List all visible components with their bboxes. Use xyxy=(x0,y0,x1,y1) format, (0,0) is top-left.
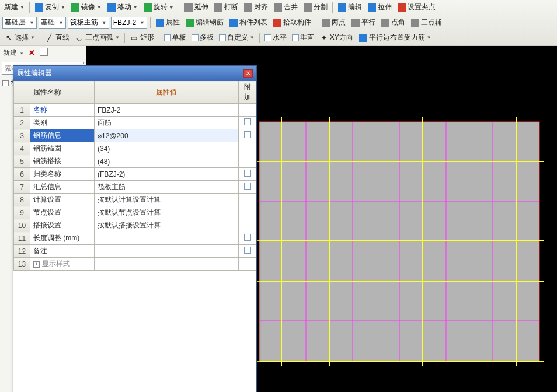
checkbox[interactable] xyxy=(244,183,251,190)
single-button[interactable]: 单板 xyxy=(162,32,188,43)
property-extra xyxy=(239,104,256,117)
vert-button[interactable]: 垂直 xyxy=(290,32,316,43)
edit-button[interactable]: 编辑 xyxy=(336,2,364,13)
property-value[interactable] xyxy=(95,258,239,271)
toolbar-row-3: ↖选择▼ ╱直线 ◡三点画弧▼ ▭矩形 单板 多板 自定义▼ 水平 垂直 ✦XY… xyxy=(0,30,557,46)
checkbox[interactable] xyxy=(244,247,251,254)
rect-button[interactable]: ▭矩形 xyxy=(128,32,156,43)
top-toolbars: 新建▼ 复制▼ 镜像▼ 移动▼ 旋转▼ 延伸 打断 对齐 合并 分割 编辑 拉伸… xyxy=(0,0,557,46)
property-value[interactable]: 按默认节点设置计算 xyxy=(95,206,239,219)
property-extra xyxy=(239,194,256,206)
property-editor-title: 属性编辑器 xyxy=(17,68,52,78)
mirror-button[interactable]: 镜像▼ xyxy=(69,2,103,13)
property-extra xyxy=(239,117,256,130)
item-dropdown[interactable]: FBZJ-2▼ xyxy=(111,17,147,29)
row-number: 5 xyxy=(14,155,30,168)
property-value[interactable]: 按默认计算设置计算 xyxy=(95,194,239,206)
property-name: +显示样式 xyxy=(30,258,95,271)
checkbox[interactable] xyxy=(244,118,251,125)
property-row[interactable]: 4钢筋锚固(34) xyxy=(14,142,256,155)
property-row[interactable]: 3钢筋信息⌀12@200 xyxy=(14,130,256,142)
property-value[interactable]: 按默认搭接设置计算 xyxy=(95,219,239,232)
offset-button[interactable]: 拉伸 xyxy=(365,2,394,13)
base-dropdown[interactable]: 基础▼ xyxy=(39,17,66,29)
xy-button[interactable]: ✦XY方向 xyxy=(318,32,355,43)
line-button[interactable]: ╱直线 xyxy=(43,32,71,43)
move-button[interactable]: 移动▼ xyxy=(105,2,140,13)
point-angle-button[interactable]: 点角 xyxy=(379,17,407,28)
property-name: 搭接设置 xyxy=(30,219,95,232)
property-value[interactable]: 筏板主筋 xyxy=(95,181,239,194)
edit-rebar-button[interactable]: 编辑钢筋 xyxy=(183,17,225,28)
property-value[interactable]: (34) xyxy=(95,142,239,155)
property-name: 汇总信息 xyxy=(30,181,95,194)
split-button[interactable]: 分割 xyxy=(301,2,329,13)
parallel-edge-button[interactable]: 平行边布置受力筋▼ xyxy=(357,32,433,43)
col-name: 属性名称 xyxy=(30,81,95,104)
arc3-button[interactable]: ◡三点画弧▼ xyxy=(73,32,121,43)
component-list-button[interactable]: 构件列表 xyxy=(227,17,269,28)
property-value[interactable]: ⌀12@200 xyxy=(95,130,239,142)
property-row[interactable]: 9节点设置按默认节点设置计算 xyxy=(14,206,256,219)
expand-icon[interactable]: − xyxy=(2,80,9,86)
property-row[interactable]: 7汇总信息筏板主筋 xyxy=(14,181,256,194)
row-number: 6 xyxy=(14,168,30,181)
row-number: 3 xyxy=(14,130,30,142)
property-value[interactable]: (48) xyxy=(95,155,239,168)
pick-component-button[interactable]: 拾取构件 xyxy=(271,17,313,28)
property-extra xyxy=(239,142,256,155)
property-editor-titlebar[interactable]: 属性编辑器 ✕ xyxy=(13,66,256,80)
property-value[interactable]: (FBZJ-2) xyxy=(95,168,239,181)
property-value[interactable] xyxy=(95,232,239,245)
property-editor-footer xyxy=(13,271,256,392)
document-icon[interactable] xyxy=(40,48,48,58)
property-extra xyxy=(239,130,256,142)
property-row[interactable]: 10搭接设置按默认搭接设置计算 xyxy=(14,219,256,232)
property-extra xyxy=(239,181,256,194)
property-row[interactable]: 11长度调整 (mm) xyxy=(14,232,256,245)
property-value[interactable] xyxy=(95,245,239,258)
property-row[interactable]: 8计算设置按默认计算设置计算 xyxy=(14,194,256,206)
property-row[interactable]: 2类别面筋 xyxy=(14,117,256,130)
property-row[interactable]: 6归类名称(FBZJ-2) xyxy=(14,168,256,181)
category-dropdown[interactable]: 筏板主筋▼ xyxy=(68,17,109,29)
custom-button[interactable]: 自定义▼ xyxy=(217,32,256,43)
copy-button[interactable]: 复制▼ xyxy=(33,2,67,13)
property-row[interactable]: 13+显示样式 xyxy=(14,258,256,271)
parallel-button[interactable]: 平行 xyxy=(349,17,377,28)
property-extra xyxy=(239,245,256,258)
trim-button[interactable]: 打断 xyxy=(212,2,240,13)
checkbox[interactable] xyxy=(244,234,251,241)
select-button[interactable]: ↖选择▼ xyxy=(2,32,37,43)
property-extra xyxy=(239,232,256,245)
toolbar-row-1: 新建▼ 复制▼ 镜像▼ 移动▼ 旋转▼ 延伸 打断 对齐 合并 分割 编辑 拉伸… xyxy=(0,0,557,15)
props-button[interactable]: 属性 xyxy=(154,17,182,28)
multi-button[interactable]: 多板 xyxy=(190,32,215,43)
reset-button[interactable]: 设置夹点 xyxy=(395,2,437,13)
new-button[interactable]: 新建▼ xyxy=(2,2,26,13)
delete-icon[interactable]: ✕ xyxy=(29,48,35,57)
new-dropdown-button[interactable]: 新建 ▼ xyxy=(3,48,24,58)
property-row[interactable]: 5钢筋搭接(48) xyxy=(14,155,256,168)
rotate-button[interactable]: 旋转▼ xyxy=(141,2,176,13)
checkbox[interactable] xyxy=(244,131,251,138)
layer-dropdown[interactable]: 基础层▼ xyxy=(2,17,37,29)
expand-icon[interactable]: + xyxy=(33,261,40,268)
close-icon[interactable]: ✕ xyxy=(243,69,253,78)
horiz-button[interactable]: 水平 xyxy=(263,32,288,43)
col-value: 属性值 xyxy=(95,81,239,104)
property-value[interactable]: FBZJ-2 xyxy=(95,104,239,117)
property-name: 备注 xyxy=(30,245,95,258)
property-row[interactable]: 1名称FBZJ-2 xyxy=(14,104,256,117)
align-button[interactable]: 对齐 xyxy=(242,2,270,13)
checkbox[interactable] xyxy=(244,170,251,177)
two-point-button[interactable]: 两点 xyxy=(319,17,347,28)
property-row[interactable]: 12备注 xyxy=(14,245,256,258)
property-name: 长度调整 (mm) xyxy=(30,232,95,245)
three-point-button[interactable]: 三点辅 xyxy=(409,17,444,28)
extend-button[interactable]: 延伸 xyxy=(182,2,210,13)
merge-button[interactable]: 合并 xyxy=(271,2,300,13)
row-number: 1 xyxy=(14,104,30,117)
property-editor: 属性编辑器 ✕ 属性名称 属性值 附加 1名称FBZJ-22类别面筋3钢筋信息⌀… xyxy=(13,65,257,392)
property-value[interactable]: 面筋 xyxy=(95,117,239,130)
